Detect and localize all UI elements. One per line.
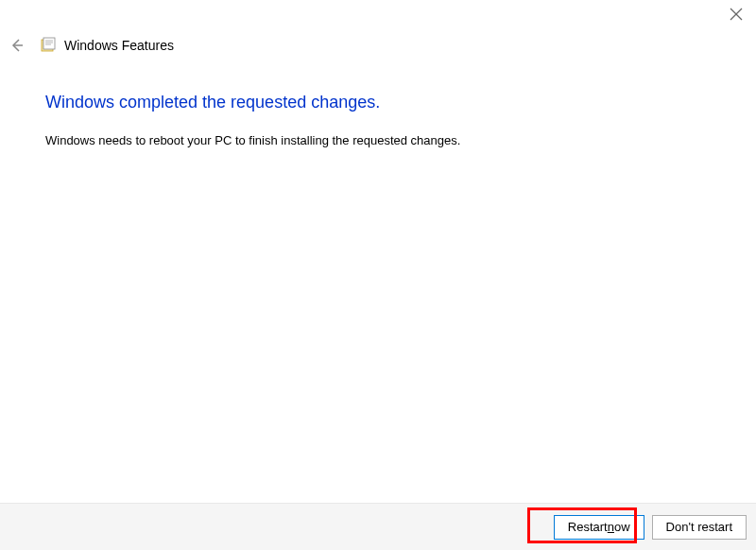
restart-now-button[interactable]: Restart now: [554, 515, 644, 540]
back-arrow-icon[interactable]: [8, 36, 26, 55]
dont-restart-button[interactable]: Don't restart: [652, 515, 747, 540]
restart-label-suffix: ow: [614, 520, 630, 534]
body-text: Windows needs to reboot your PC to finis…: [45, 133, 728, 147]
restart-label-prefix: Restart: [568, 520, 608, 534]
main-heading: Windows completed the requested changes.: [45, 93, 728, 112]
footer: Restart now Don't restart: [0, 503, 756, 550]
close-icon[interactable]: [730, 8, 743, 21]
window-title: Windows Features: [64, 38, 174, 53]
windows-features-icon: [40, 37, 57, 54]
svg-rect-4: [43, 38, 55, 49]
restart-label-mnemonic: n: [608, 520, 614, 534]
header: Windows Features: [8, 36, 174, 55]
content-area: Windows completed the requested changes.…: [45, 93, 728, 147]
